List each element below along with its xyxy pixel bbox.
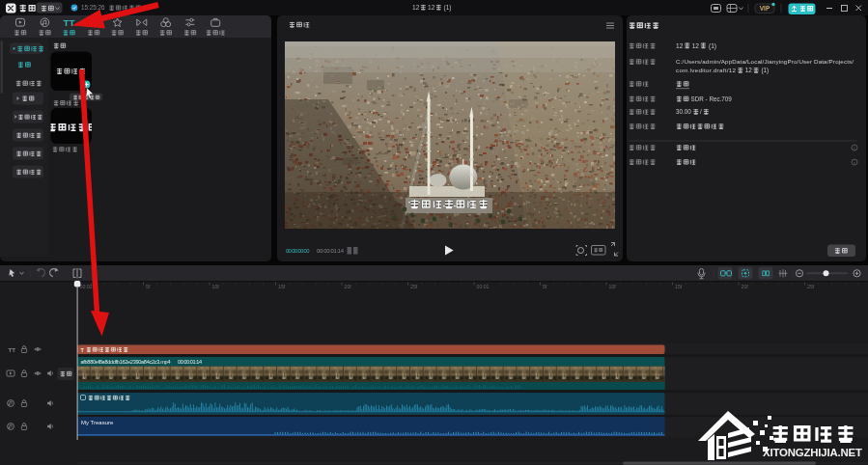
svg-text:(1): (1): [444, 4, 452, 12]
svg-text:20f: 20f: [742, 284, 749, 289]
svg-text:/: /: [700, 108, 702, 115]
svg-text:5f: 5f: [543, 284, 547, 289]
svg-text:00:00:01:14: 00:00:01:14: [317, 248, 345, 254]
svg-text:20f: 20f: [345, 284, 352, 289]
svg-text:10f: 10f: [212, 284, 220, 289]
svg-text:15f: 15f: [675, 284, 683, 289]
svg-text:10f: 10f: [609, 284, 617, 289]
svg-text:12: 12: [745, 67, 753, 73]
svg-text:15:25:26: 15:25:26: [81, 4, 105, 11]
svg-text:12: 12: [676, 42, 684, 49]
svg-text:30.00: 30.00: [676, 108, 691, 115]
svg-text:5f: 5f: [146, 284, 151, 289]
svg-text:00:00: 00:00: [80, 284, 93, 289]
svg-text:(1): (1): [762, 67, 770, 74]
svg-text:12: 12: [428, 4, 435, 11]
svg-text:(1): (1): [709, 42, 716, 50]
svg-text:TT: TT: [9, 346, 16, 353]
svg-text:afb880ef8a8dddfb162e2390a84c2c: afb880ef8a8dddfb162e2390a84c2c3.mp4: [81, 359, 171, 365]
svg-text:TT: TT: [64, 17, 75, 28]
svg-text:25f: 25f: [410, 284, 418, 289]
svg-text:00:01: 00:01: [477, 284, 490, 289]
svg-text:00:00:01:14: 00:00:01:14: [178, 359, 202, 365]
svg-text:My Treasure: My Treasure: [81, 420, 114, 425]
svg-text:SDR - Rec.709: SDR - Rec.709: [691, 96, 733, 102]
svg-text:com.lveditor.draft/12: com.lveditor.draft/12: [676, 67, 737, 73]
svg-text:C:/Users/admin/AppData/Local/J: C:/Users/admin/AppData/Local/JianyingPro…: [676, 58, 854, 65]
svg-text:15f: 15f: [278, 284, 286, 289]
svg-text:25f: 25f: [807, 284, 815, 289]
svg-text:VIP: VIP: [760, 5, 770, 12]
svg-text:XITONGZHIJIA.NET: XITONGZHIJIA.NET: [763, 447, 862, 458]
svg-text:12: 12: [692, 42, 700, 49]
svg-text:12: 12: [412, 4, 420, 11]
svg-text:00:00:00:00: 00:00:00:00: [286, 248, 310, 254]
